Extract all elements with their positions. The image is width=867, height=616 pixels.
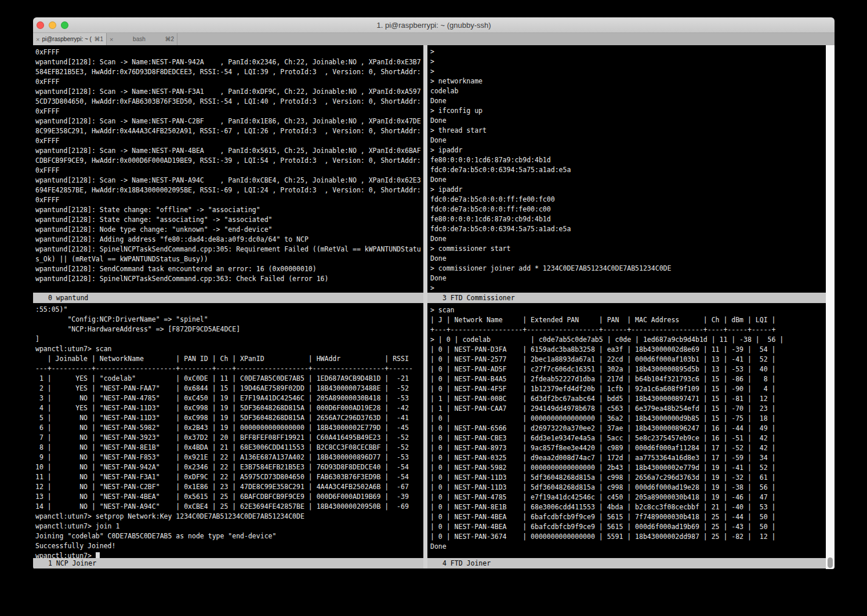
tmux-session: 0xFFFF wpantund[2128]: Scan -> Name:NEST…: [33, 45, 835, 569]
ftd-commissioner-cli-output: > > > > networkname codelab Done > ifcon…: [430, 47, 826, 293]
tab-ssh-session[interactable]: × pi@raspberrypi: ~ (g... ⌘1: [33, 33, 107, 45]
ftd-joiner-scan-output: > scan | J | Network Name | Extended PAN…: [430, 305, 826, 552]
pane-status-ftd-joiner: 4 FTD Joiner: [427, 558, 826, 568]
window-title: 1. pi@raspberrypi: ~ (gnubby-ssh): [33, 21, 835, 30]
tab-bar: × pi@raspberrypi: ~ (g... ⌘1 × bash ⌘2: [33, 33, 835, 45]
pane-status-wpantund: 0 wpantund: [33, 293, 423, 303]
close-tab-icon[interactable]: ×: [36, 36, 39, 43]
pane-wpantund: 0xFFFF wpantund[2128]: Scan -> Name:NEST…: [33, 45, 423, 293]
tab-shortcut: ⌘1: [94, 36, 103, 42]
desktop-background: 1. pi@raspberrypi: ~ (gnubby-ssh) × pi@r…: [0, 0, 867, 616]
scrollbar-track[interactable]: [826, 45, 835, 569]
pane-ftd-commissioner: > > > > networkname codelab Done > ifcon…: [427, 45, 826, 293]
terminal-window: 1. pi@raspberrypi: ~ (gnubby-ssh) × pi@r…: [33, 17, 835, 569]
pane-status-ncp-joiner: 1 NCP Joiner: [33, 558, 423, 568]
terminal-cursor: [96, 552, 100, 559]
wpantund-log-output: 0xFFFF wpantund[2128]: Scan -> Name:NEST…: [35, 48, 423, 284]
pane-ftd-joiner: > scan | J | Network Name | Extended PAN…: [427, 303, 826, 558]
tab-shortcut: ⌘2: [165, 36, 174, 42]
close-tab-icon[interactable]: ×: [110, 36, 113, 43]
wpanctl-prompt-line[interactable]: wpanctl:utun7>: [35, 551, 423, 558]
pane-divider[interactable]: [423, 45, 427, 568]
pane-status-ftd-commissioner: 3 FTD Commissioner: [427, 293, 826, 303]
tab-label: pi@raspberrypi: ~ (g...: [42, 36, 92, 42]
wpanctl-scan-output: :55:05)" "Config:NCP:DriverName" => "spi…: [35, 305, 423, 551]
wpanctl-prompt: wpanctl:utun7>: [35, 551, 96, 558]
pane-ncp-joiner: :55:05)" "Config:NCP:DriverName" => "spi…: [33, 303, 423, 558]
tab-bash[interactable]: × bash ⌘2: [107, 33, 177, 45]
scrollbar-thumb[interactable]: [828, 557, 833, 568]
tab-label: bash: [115, 36, 162, 42]
window-titlebar[interactable]: 1. pi@raspberrypi: ~ (gnubby-ssh): [33, 17, 835, 33]
